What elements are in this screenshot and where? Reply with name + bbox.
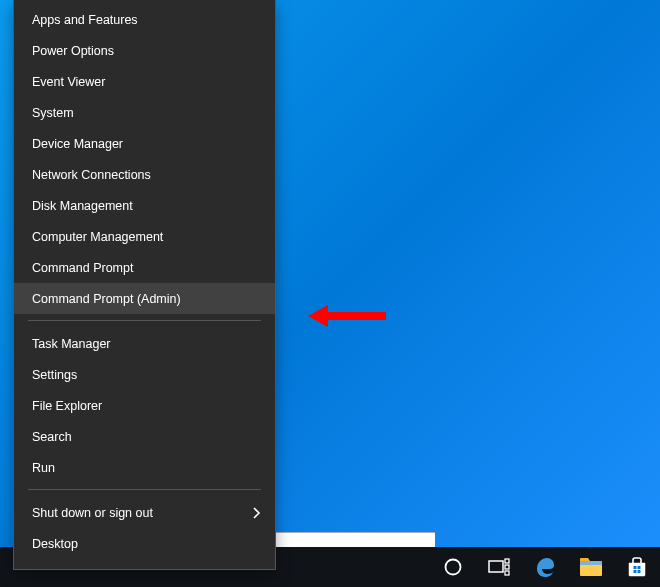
svg-rect-3 [505, 565, 509, 569]
menu-apps-and-features-label: Apps and Features [32, 13, 138, 27]
file-explorer-icon[interactable] [568, 547, 614, 587]
menu-settings[interactable]: Settings [14, 359, 275, 390]
svg-rect-6 [580, 561, 602, 565]
menu-event-viewer[interactable]: Event Viewer [14, 66, 275, 97]
menu-disk-management[interactable]: Disk Management [14, 190, 275, 221]
menu-system[interactable]: System [14, 97, 275, 128]
menu-disk-management-label: Disk Management [32, 199, 133, 213]
menu-computer-management[interactable]: Computer Management [14, 221, 275, 252]
menu-run-label: Run [32, 461, 55, 475]
svg-point-0 [446, 560, 461, 575]
svg-rect-2 [505, 559, 509, 563]
menu-power-options-label: Power Options [32, 44, 114, 58]
menu-computer-management-label: Computer Management [32, 230, 163, 244]
chevron-right-icon [253, 507, 261, 519]
menu-task-manager-label: Task Manager [32, 337, 111, 351]
cortana-icon[interactable] [430, 547, 476, 587]
menu-event-viewer-label: Event Viewer [32, 75, 105, 89]
menu-system-label: System [32, 106, 74, 120]
task-view-icon[interactable] [476, 547, 522, 587]
menu-desktop[interactable]: Desktop [14, 528, 275, 559]
menu-settings-label: Settings [32, 368, 77, 382]
svg-rect-8 [638, 566, 641, 569]
menu-run[interactable]: Run [14, 452, 275, 483]
menu-network-connections-label: Network Connections [32, 168, 151, 182]
menu-power-options[interactable]: Power Options [14, 35, 275, 66]
menu-command-prompt-admin-label: Command Prompt (Admin) [32, 292, 181, 306]
menu-separator [28, 489, 261, 491]
menu-search[interactable]: Search [14, 421, 275, 452]
svg-rect-7 [634, 566, 637, 569]
menu-device-manager[interactable]: Device Manager [14, 128, 275, 159]
menu-search-label: Search [32, 430, 72, 444]
menu-task-manager[interactable]: Task Manager [14, 328, 275, 359]
menu-apps-and-features[interactable]: Apps and Features [14, 4, 275, 35]
menu-shutdown-signout[interactable]: Shut down or sign out [14, 497, 275, 528]
svg-rect-10 [638, 570, 641, 573]
store-icon[interactable] [614, 547, 660, 587]
menu-separator [28, 320, 261, 322]
winx-context-menu: Apps and FeaturesPower OptionsEvent View… [13, 0, 276, 570]
menu-command-prompt-admin[interactable]: Command Prompt (Admin) [14, 283, 275, 314]
menu-file-explorer-label: File Explorer [32, 399, 102, 413]
menu-device-manager-label: Device Manager [32, 137, 123, 151]
menu-file-explorer[interactable]: File Explorer [14, 390, 275, 421]
svg-rect-9 [634, 570, 637, 573]
svg-rect-1 [489, 561, 503, 572]
svg-rect-4 [505, 571, 509, 575]
menu-command-prompt-label: Command Prompt [32, 261, 133, 275]
menu-network-connections[interactable]: Network Connections [14, 159, 275, 190]
menu-desktop-label: Desktop [32, 537, 78, 551]
menu-shutdown-signout-label: Shut down or sign out [32, 506, 153, 520]
edge-icon[interactable] [522, 547, 568, 587]
menu-command-prompt[interactable]: Command Prompt [14, 252, 275, 283]
